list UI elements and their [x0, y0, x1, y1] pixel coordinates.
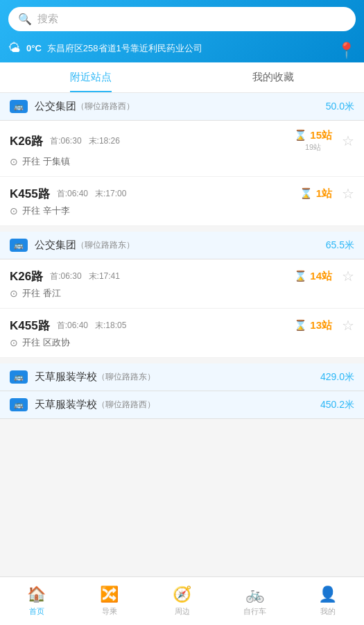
location-icon[interactable]: 📍 — [337, 42, 356, 60]
weather-icon: 🌤 — [8, 41, 21, 55]
arrow-circle-icon-r1: ⊙ — [10, 156, 18, 167]
route-stops-r3: ⌛ 14站 — [294, 270, 332, 283]
bus-stop-icon-3: 🚌 — [10, 370, 28, 384]
route-card-r3[interactable]: K26路 首:06:30 末:17:41 ⌛ 14站 ☆ — [0, 259, 364, 309]
route-times-r3: 首:06:30 末:17:41 — [50, 271, 294, 282]
route-direction-r3: ⊙ 开往 香江 — [10, 287, 354, 300]
weather-bar: 🌤 0°C 东昌府区258省道1号靠近利民药业公司 — [8, 38, 202, 62]
bus-stop-icon-4: 🚌 — [10, 398, 28, 411]
route-card-r2[interactable]: K455路 首:06:40 末:17:00 ⌛ 1站 ☆ — [0, 177, 364, 226]
home-icon: 🏠 — [27, 585, 46, 603]
group4-sub: （聊位路路西） — [97, 399, 155, 411]
group2-name: 公交集团 — [35, 239, 76, 252]
group4-header: 🚌 天草服装学校 （聊位路路西） 450.2米 — [0, 391, 364, 419]
group3-distance: 429.0米 — [320, 371, 354, 384]
route-card-r1[interactable]: K26路 首:06:30 末:18:26 ⌛ 15站 19站 ☆ — [0, 121, 364, 177]
group4-name: 天草服装学校 — [35, 398, 97, 411]
content: 🚌 公交集团 （聊位路路西） 50.0米 K26路 首:06:30 末:18:2… — [0, 93, 364, 468]
tab-nearby[interactable]: 附近站点 — [0, 62, 182, 92]
group2-header: 🚌 公交集团 （聊位路路东） 65.5米 — [0, 232, 364, 259]
nav-home-label: 首页 — [29, 606, 44, 617]
location-text: 东昌府区258省道1号靠近利民药业公司 — [47, 42, 202, 55]
search-placeholder: 搜索 — [37, 12, 346, 26]
group3-name: 天草服装学校 — [35, 370, 97, 384]
route-stops-r1: ⌛ 15站 19站 — [294, 129, 332, 153]
route-times-r1: 首:06:30 末:18:26 — [50, 135, 294, 147]
group4-distance: 450.2米 — [320, 399, 354, 411]
tabs: 附近站点 我的收藏 — [0, 62, 364, 93]
app-container: 🔍 搜索 🌤 0°C 东昌府区258省道1号靠近利民药业公司 📍 附近站点 我的… — [0, 0, 364, 468]
station-group-2: 🚌 公交集团 （聊位路路东） 65.5米 K26路 首:06:30 末:17:4… — [0, 232, 364, 358]
group1-header: 🚌 公交集团 （聊位路路西） 50.0米 — [0, 93, 364, 121]
nav-nearby[interactable]: 🧭 周边 — [146, 577, 218, 625]
person-icon: 👤 — [318, 585, 337, 603]
fav-star-r2[interactable]: ☆ — [342, 185, 354, 202]
hourglass-icon-r1: ⌛ — [294, 129, 307, 142]
group2-distance: 65.5米 — [326, 239, 354, 252]
group1-name: 公交集团 — [35, 100, 76, 113]
search-icon: 🔍 — [18, 12, 32, 26]
nav-guide[interactable]: 🔀 导乘 — [73, 577, 146, 625]
arrow-circle-icon-r3: ⊙ — [10, 288, 18, 299]
station-group-1: 🚌 公交集团 （聊位路路西） 50.0米 K26路 首:06:30 末:18:2… — [0, 93, 364, 226]
arrow-circle-icon-r2: ⊙ — [10, 205, 18, 216]
route-stops-r4: ⌛ 13站 — [294, 319, 332, 332]
nav-guide-label: 导乘 — [102, 606, 117, 617]
nav-bike-label: 自行车 — [243, 606, 266, 617]
bike-icon: 🚲 — [245, 585, 264, 603]
temperature: 0°C — [26, 43, 42, 53]
route-name-r1: K26路 — [10, 133, 43, 149]
route-direction-r2: ⊙ 开往 辛十李 — [10, 205, 354, 217]
route-stops-r2: ⌛ 1站 — [300, 187, 332, 200]
nav-mine-label: 我的 — [320, 606, 336, 617]
nav-mine[interactable]: 👤 我的 — [291, 577, 364, 625]
route-name-r4: K455路 — [10, 318, 50, 334]
group2-sub: （聊位路路东） — [76, 239, 135, 251]
station-group-4: 🚌 天草服装学校 （聊位路路西） 450.2米 — [0, 391, 364, 419]
search-bar[interactable]: 🔍 搜索 — [8, 7, 356, 31]
tab-favorites[interactable]: 我的收藏 — [182, 62, 365, 92]
fav-star-r4[interactable]: ☆ — [342, 317, 354, 334]
group1-sub: （聊位路路西） — [76, 101, 135, 112]
station-group-3: 🚌 天草服装学校 （聊位路路东） 429.0米 — [0, 363, 364, 391]
route-name-r2: K455路 — [10, 186, 50, 202]
bus-stop-icon-2: 🚌 — [10, 239, 28, 252]
route-times-r4: 首:06:40 末:18:05 — [57, 320, 295, 332]
route-name-r3: K26路 — [10, 268, 43, 284]
header: 🔍 搜索 🌤 0°C 东昌府区258省道1号靠近利民药业公司 📍 — [0, 0, 364, 62]
hourglass-icon-r3: ⌛ — [294, 270, 307, 282]
hourglass-icon-r2: ⌛ — [300, 187, 313, 200]
bus-stop-icon-1: 🚌 — [10, 100, 28, 113]
route-direction-r1: ⊙ 开往 于集镇 — [10, 155, 354, 168]
route-card-r4[interactable]: K455路 首:06:40 末:18:05 ⌛ 13站 ☆ — [0, 309, 364, 358]
nav-nearby-label: 周边 — [175, 606, 190, 617]
arrow-circle-icon-r4: ⊙ — [10, 337, 18, 348]
nav-home[interactable]: 🏠 首页 — [0, 577, 73, 625]
group1-distance: 50.0米 — [326, 101, 354, 113]
compass-icon: 🧭 — [173, 585, 191, 603]
group3-header: 🚌 天草服装学校 （聊位路路东） 429.0米 — [0, 363, 364, 391]
bottom-nav: 🏠 首页 🔀 导乘 🧭 周边 🚲 自行车 👤 我的 — [0, 576, 364, 625]
nav-bike[interactable]: 🚲 自行车 — [218, 577, 291, 625]
route-times-r2: 首:06:40 末:17:00 — [57, 188, 300, 200]
fav-star-r3[interactable]: ☆ — [342, 268, 354, 284]
guide-icon: 🔀 — [100, 585, 119, 603]
fav-star-r1[interactable]: ☆ — [342, 132, 354, 149]
route-direction-r4: ⊙ 开往 区政协 — [10, 336, 354, 349]
hourglass-icon-r4: ⌛ — [294, 319, 307, 332]
group3-sub: （聊位路路东） — [97, 371, 155, 383]
